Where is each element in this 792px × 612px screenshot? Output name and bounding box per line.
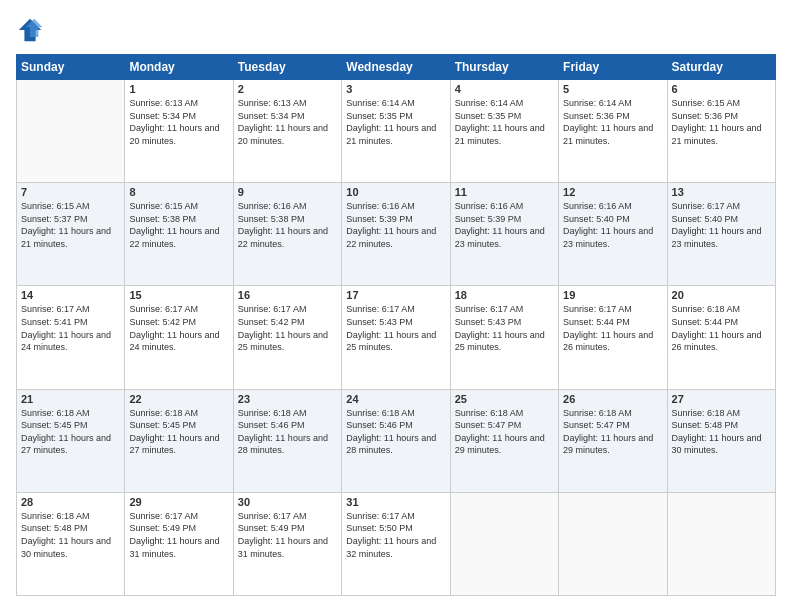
day-number: 26 [563,393,662,405]
day-info: Sunrise: 6:13 AMSunset: 5:34 PMDaylight:… [238,97,337,147]
header [16,16,776,44]
day-info: Sunrise: 6:14 AMSunset: 5:35 PMDaylight:… [346,97,445,147]
day-info: Sunrise: 6:16 AMSunset: 5:39 PMDaylight:… [346,200,445,250]
weekday-header: Thursday [450,55,558,80]
day-number: 9 [238,186,337,198]
day-number: 24 [346,393,445,405]
calendar-cell: 2Sunrise: 6:13 AMSunset: 5:34 PMDaylight… [233,80,341,183]
day-info: Sunrise: 6:16 AMSunset: 5:38 PMDaylight:… [238,200,337,250]
day-number: 16 [238,289,337,301]
day-number: 31 [346,496,445,508]
calendar-week-row: 1Sunrise: 6:13 AMSunset: 5:34 PMDaylight… [17,80,776,183]
day-number: 10 [346,186,445,198]
calendar-cell: 22Sunrise: 6:18 AMSunset: 5:45 PMDayligh… [125,389,233,492]
day-number: 14 [21,289,120,301]
calendar-cell [667,492,775,595]
logo [16,16,48,44]
calendar-cell: 3Sunrise: 6:14 AMSunset: 5:35 PMDaylight… [342,80,450,183]
calendar-cell: 17Sunrise: 6:17 AMSunset: 5:43 PMDayligh… [342,286,450,389]
calendar-cell: 23Sunrise: 6:18 AMSunset: 5:46 PMDayligh… [233,389,341,492]
calendar-cell: 26Sunrise: 6:18 AMSunset: 5:47 PMDayligh… [559,389,667,492]
calendar-cell: 8Sunrise: 6:15 AMSunset: 5:38 PMDaylight… [125,183,233,286]
calendar-cell: 4Sunrise: 6:14 AMSunset: 5:35 PMDaylight… [450,80,558,183]
day-info: Sunrise: 6:17 AMSunset: 5:42 PMDaylight:… [129,303,228,353]
calendar-cell [450,492,558,595]
day-number: 22 [129,393,228,405]
calendar-cell: 1Sunrise: 6:13 AMSunset: 5:34 PMDaylight… [125,80,233,183]
calendar-cell [559,492,667,595]
calendar-cell: 9Sunrise: 6:16 AMSunset: 5:38 PMDaylight… [233,183,341,286]
day-info: Sunrise: 6:14 AMSunset: 5:36 PMDaylight:… [563,97,662,147]
day-number: 28 [21,496,120,508]
calendar-cell: 25Sunrise: 6:18 AMSunset: 5:47 PMDayligh… [450,389,558,492]
day-info: Sunrise: 6:17 AMSunset: 5:43 PMDaylight:… [346,303,445,353]
day-number: 1 [129,83,228,95]
weekday-header: Wednesday [342,55,450,80]
day-info: Sunrise: 6:15 AMSunset: 5:38 PMDaylight:… [129,200,228,250]
day-number: 11 [455,186,554,198]
weekday-header: Saturday [667,55,775,80]
day-info: Sunrise: 6:17 AMSunset: 5:40 PMDaylight:… [672,200,771,250]
logo-icon [16,16,44,44]
day-info: Sunrise: 6:15 AMSunset: 5:37 PMDaylight:… [21,200,120,250]
calendar-cell: 16Sunrise: 6:17 AMSunset: 5:42 PMDayligh… [233,286,341,389]
day-info: Sunrise: 6:18 AMSunset: 5:48 PMDaylight:… [21,510,120,560]
calendar-cell: 13Sunrise: 6:17 AMSunset: 5:40 PMDayligh… [667,183,775,286]
weekday-header: Monday [125,55,233,80]
day-info: Sunrise: 6:17 AMSunset: 5:50 PMDaylight:… [346,510,445,560]
calendar-header-row: SundayMondayTuesdayWednesdayThursdayFrid… [17,55,776,80]
day-info: Sunrise: 6:16 AMSunset: 5:39 PMDaylight:… [455,200,554,250]
calendar-cell: 14Sunrise: 6:17 AMSunset: 5:41 PMDayligh… [17,286,125,389]
calendar-cell: 15Sunrise: 6:17 AMSunset: 5:42 PMDayligh… [125,286,233,389]
day-number: 8 [129,186,228,198]
day-number: 15 [129,289,228,301]
day-number: 30 [238,496,337,508]
day-info: Sunrise: 6:17 AMSunset: 5:41 PMDaylight:… [21,303,120,353]
day-info: Sunrise: 6:17 AMSunset: 5:49 PMDaylight:… [238,510,337,560]
calendar-cell: 29Sunrise: 6:17 AMSunset: 5:49 PMDayligh… [125,492,233,595]
calendar-cell: 30Sunrise: 6:17 AMSunset: 5:49 PMDayligh… [233,492,341,595]
day-number: 29 [129,496,228,508]
day-info: Sunrise: 6:17 AMSunset: 5:43 PMDaylight:… [455,303,554,353]
day-info: Sunrise: 6:18 AMSunset: 5:48 PMDaylight:… [672,407,771,457]
calendar-cell: 24Sunrise: 6:18 AMSunset: 5:46 PMDayligh… [342,389,450,492]
day-number: 6 [672,83,771,95]
day-info: Sunrise: 6:17 AMSunset: 5:42 PMDaylight:… [238,303,337,353]
day-number: 27 [672,393,771,405]
calendar-cell: 5Sunrise: 6:14 AMSunset: 5:36 PMDaylight… [559,80,667,183]
page: SundayMondayTuesdayWednesdayThursdayFrid… [0,0,792,612]
day-number: 4 [455,83,554,95]
day-number: 2 [238,83,337,95]
calendar-cell: 18Sunrise: 6:17 AMSunset: 5:43 PMDayligh… [450,286,558,389]
calendar-cell: 19Sunrise: 6:17 AMSunset: 5:44 PMDayligh… [559,286,667,389]
day-info: Sunrise: 6:13 AMSunset: 5:34 PMDaylight:… [129,97,228,147]
day-number: 21 [21,393,120,405]
day-number: 5 [563,83,662,95]
calendar-cell [17,80,125,183]
calendar-cell: 20Sunrise: 6:18 AMSunset: 5:44 PMDayligh… [667,286,775,389]
day-number: 18 [455,289,554,301]
day-info: Sunrise: 6:18 AMSunset: 5:45 PMDaylight:… [21,407,120,457]
calendar-cell: 21Sunrise: 6:18 AMSunset: 5:45 PMDayligh… [17,389,125,492]
day-info: Sunrise: 6:18 AMSunset: 5:46 PMDaylight:… [238,407,337,457]
day-info: Sunrise: 6:15 AMSunset: 5:36 PMDaylight:… [672,97,771,147]
day-number: 3 [346,83,445,95]
day-info: Sunrise: 6:17 AMSunset: 5:44 PMDaylight:… [563,303,662,353]
calendar-cell: 11Sunrise: 6:16 AMSunset: 5:39 PMDayligh… [450,183,558,286]
calendar-week-row: 7Sunrise: 6:15 AMSunset: 5:37 PMDaylight… [17,183,776,286]
day-number: 19 [563,289,662,301]
day-info: Sunrise: 6:18 AMSunset: 5:46 PMDaylight:… [346,407,445,457]
day-number: 25 [455,393,554,405]
calendar-table: SundayMondayTuesdayWednesdayThursdayFrid… [16,54,776,596]
weekday-header: Friday [559,55,667,80]
calendar-cell: 6Sunrise: 6:15 AMSunset: 5:36 PMDaylight… [667,80,775,183]
day-number: 13 [672,186,771,198]
day-number: 12 [563,186,662,198]
calendar-week-row: 28Sunrise: 6:18 AMSunset: 5:48 PMDayligh… [17,492,776,595]
weekday-header: Tuesday [233,55,341,80]
day-number: 23 [238,393,337,405]
day-info: Sunrise: 6:18 AMSunset: 5:45 PMDaylight:… [129,407,228,457]
calendar-week-row: 21Sunrise: 6:18 AMSunset: 5:45 PMDayligh… [17,389,776,492]
weekday-header: Sunday [17,55,125,80]
day-info: Sunrise: 6:16 AMSunset: 5:40 PMDaylight:… [563,200,662,250]
